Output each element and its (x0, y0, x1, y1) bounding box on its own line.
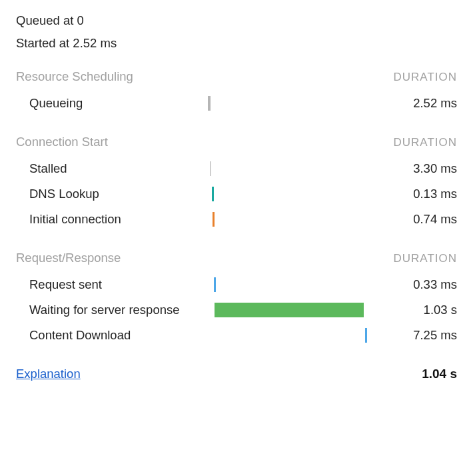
row-label: Request sent (16, 277, 203, 292)
row-value: 7.25 ms (387, 328, 457, 343)
row-value: 1.03 s (387, 303, 457, 317)
row-chart (203, 328, 387, 343)
row-request-sent: Request sent 0.33 ms (16, 272, 457, 297)
timing-summary: Queued at 0 Started at 2.52 ms (16, 13, 457, 51)
row-label: Initial connection (16, 211, 203, 227)
row-value: 0.74 ms (387, 212, 457, 227)
row-chart (203, 212, 387, 227)
row-label: Waiting for server response (16, 302, 203, 317)
started-at-line: Started at 2.52 ms (16, 36, 457, 51)
row-value: 0.33 ms (387, 277, 457, 292)
section-request-response: Request/Response DURATION Request sent 0… (16, 251, 457, 348)
section-header: Resource Scheduling DURATION (16, 69, 457, 84)
row-queueing: Queueing 2.52 ms (16, 91, 457, 116)
row-content-download: Content Download 7.25 ms (16, 323, 457, 348)
row-value: 2.52 ms (387, 96, 457, 111)
row-label: Content Download (16, 327, 203, 343)
row-initial-connection: Initial connection 0.74 ms (16, 207, 457, 232)
duration-column-label: DURATION (393, 71, 457, 84)
row-value: 0.13 ms (387, 187, 457, 201)
row-chart (203, 96, 387, 111)
bar-content-download (365, 328, 367, 343)
section-title: Request/Response (16, 251, 121, 265)
section-connection-start: Connection Start DURATION Stalled 3.30 m… (16, 135, 457, 232)
row-label: DNS Lookup (16, 186, 203, 201)
bar-waiting-ttfb (215, 303, 364, 317)
row-stalled: Stalled 3.30 ms (16, 156, 457, 181)
section-header: Connection Start DURATION (16, 135, 457, 149)
row-chart (203, 161, 387, 176)
explanation-link[interactable]: Explanation (16, 367, 81, 381)
bar-stalled (210, 161, 211, 176)
row-value: 3.30 ms (387, 161, 457, 176)
row-chart (203, 277, 387, 292)
row-chart (203, 303, 387, 317)
row-dns-lookup: DNS Lookup 0.13 ms (16, 181, 457, 207)
bar-request-sent (214, 277, 216, 292)
section-title: Resource Scheduling (16, 69, 133, 84)
duration-column-label: DURATION (393, 252, 457, 265)
row-label: Queueing (16, 95, 203, 111)
queued-at-line: Queued at 0 (16, 13, 457, 28)
section-header: Request/Response DURATION (16, 251, 457, 265)
section-resource-scheduling: Resource Scheduling DURATION Queueing 2.… (16, 69, 457, 116)
bar-dns-lookup (212, 187, 214, 201)
timing-footer: Explanation 1.04 s (16, 367, 457, 381)
row-label: Stalled (16, 161, 203, 176)
bar-initial-connection (213, 212, 215, 227)
bar-queueing (208, 96, 211, 111)
row-waiting-ttfb: Waiting for server response 1.03 s (16, 297, 457, 323)
row-chart (203, 187, 387, 201)
section-title: Connection Start (16, 135, 108, 149)
duration-column-label: DURATION (393, 136, 457, 149)
total-duration: 1.04 s (422, 367, 457, 381)
